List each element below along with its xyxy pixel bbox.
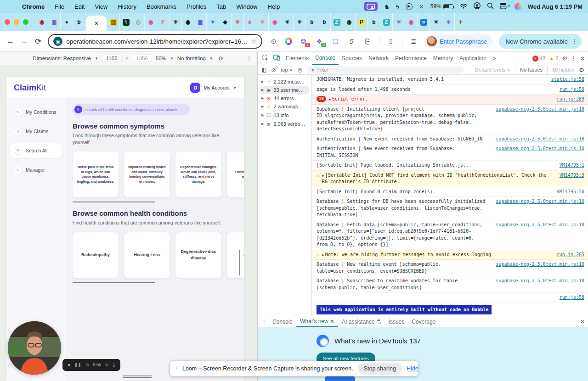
rotate-viewport-icon[interactable]: ⟳: [219, 55, 224, 62]
card-row-scrollbar[interactable]: [73, 282, 155, 283]
source-link[interactable]: run.js:58: [560, 294, 584, 301]
webcam-bubble[interactable]: [8, 321, 61, 375]
devtools-tab-console[interactable]: Console: [312, 52, 339, 65]
hidden-messages-counter[interactable]: 30 hidden: [552, 67, 574, 73]
condition-card[interactable]: Degenerative changes, which can cause pa…: [175, 151, 221, 197]
new-tab-button[interactable]: +: [455, 18, 467, 26]
console-message[interactable]: Supabase | Initializing client [project …: [312, 105, 588, 134]
devtools-warning-badge[interactable]: ▲2: [549, 56, 558, 61]
pinned-tab[interactable]: ●: [61, 13, 73, 31]
console-message[interactable]: JQMIGRATE: Migrate is installed, version…: [312, 75, 588, 85]
console-filter-input[interactable]: ▼ Filter: [307, 67, 463, 73]
sidebar-item-search-all[interactable]: ⚲Search All: [10, 143, 62, 158]
pinned-tab[interactable]: ◉: [182, 13, 194, 31]
pinned-tab[interactable]: ◆: [219, 13, 232, 31]
pinned-tab[interactable]: ◉: [343, 13, 356, 31]
extensions-puzzle-icon[interactable]: ❑: [331, 38, 340, 45]
pinned-tab[interactable]: »: [418, 13, 430, 31]
console-filter-warnings[interactable]: ▶⚠2 warnings: [260, 102, 310, 111]
close-tab-icon[interactable]: ✕: [94, 20, 99, 27]
extension-with-red-badge-icon[interactable]: ❂8: [299, 38, 308, 45]
toggle-device-toolbar-icon[interactable]: [271, 55, 282, 62]
stop-sharing-button[interactable]: Stop sharing: [358, 363, 402, 375]
devtools-tab-performance[interactable]: Performance: [392, 52, 430, 64]
pinned-tab[interactable]: ✳: [281, 13, 294, 31]
enter-passphrase-button[interactable]: Enter Passphrase: [425, 34, 492, 48]
chrome-menu-icon[interactable]: ⋮: [571, 38, 578, 45]
camera-off-icon[interactable]: ⊘: [85, 363, 89, 367]
pinned-tab[interactable]: ⋔: [244, 13, 256, 31]
expand-arrow-icon[interactable]: ▶: [329, 97, 331, 101]
devtools-close-icon[interactable]: ✕: [580, 55, 585, 62]
menu-item-edit[interactable]: Edit: [74, 3, 85, 10]
drag-handle-icon[interactable]: ‖: [175, 365, 178, 372]
card-row-scrollbar[interactable]: [73, 202, 155, 202]
console-context-select[interactable]: top ▼: [281, 67, 293, 73]
viewport-width-input[interactable]: 1105: [102, 55, 122, 62]
menu-item-help[interactable]: Help: [268, 3, 280, 10]
close-window-button[interactable]: [5, 19, 10, 25]
clipboard-extension-icon[interactable]: ⎘: [363, 38, 373, 45]
pinned-tab[interactable]: ✳: [430, 13, 442, 31]
pinned-tab[interactable]: ✳: [232, 13, 244, 31]
source-link[interactable]: supabase-ncg-2.5.0test.min.js:10: [496, 136, 584, 143]
pinned-tab[interactable]: b: [73, 13, 85, 31]
zoom-select[interactable]: 50%: [156, 56, 166, 61]
menu-item-chrome[interactable]: Chrome: [22, 3, 45, 10]
pinned-tab[interactable]: P: [356, 13, 368, 31]
extension-with-green-badge-icon[interactable]: ❖2: [315, 38, 324, 45]
console-message[interactable]: ⚠▶[Sortable Init] Could NOT find element…: [312, 171, 588, 187]
pinned-tab[interactable]: ✳: [442, 13, 455, 31]
menu-item-view[interactable]: View: [95, 3, 107, 10]
reading-list-icon[interactable]: ≣: [409, 38, 418, 45]
active-tab[interactable]: ✕: [86, 16, 107, 31]
console-filter-userme[interactable]: ▶◉33 user me…: [260, 86, 310, 94]
expand-arrow-icon[interactable]: ▶: [322, 253, 324, 257]
sidebar-item-my-conditions[interactable]: ∿My Conditions: [10, 105, 62, 119]
condition-card[interactable]: Degenerative disc disease: [175, 232, 221, 278]
minimize-window-button[interactable]: [14, 19, 19, 25]
page-horizontal-scrollbar[interactable]: [123, 375, 152, 378]
stop-recording-icon[interactable]: ■: [68, 363, 70, 367]
delete-recording-icon[interactable]: ▯: [113, 363, 115, 367]
console-message[interactable]: Database | Subscribed to realtime update…: [312, 276, 588, 293]
devtools-tab-application[interactable]: Application: [456, 52, 490, 64]
condition-card[interactable]: Hearing Loss: [124, 232, 170, 278]
devtools-tab-[interactable]: »: [490, 52, 499, 64]
console-settings-icon[interactable]: ⚙: [579, 67, 584, 73]
drawer-tab-whatsnew[interactable]: What's new ✕: [296, 316, 338, 327]
inspect-element-icon[interactable]: [260, 55, 271, 62]
device-search-icon[interactable]: ⌷: [386, 38, 396, 45]
devtools-tab-elements[interactable]: Elements: [283, 52, 312, 64]
console-filter-info[interactable]: ▶ⓘ13 info: [260, 111, 310, 120]
devtools-menu-icon[interactable]: ⋮: [571, 55, 577, 62]
menu-item-bookmarks[interactable]: Bookmarks: [147, 3, 176, 10]
menu-item-profiles[interactable]: Profiles: [187, 3, 206, 10]
menu-item-window[interactable]: Window: [236, 3, 257, 10]
screen-sharing-indicator-icon[interactable]: [364, 2, 378, 11]
devtools-tab-network[interactable]: Network: [365, 52, 392, 64]
pinned-tab[interactable]: ▣: [48, 13, 61, 31]
health-search-box[interactable]: ⚲: [73, 104, 190, 115]
user-menu-icon[interactable]: [474, 2, 481, 11]
restart-recording-icon[interactable]: ↻: [105, 363, 109, 367]
maximize-window-button[interactable]: [23, 19, 28, 25]
partial-blue-button[interactable]: [325, 376, 355, 381]
source-link[interactable]: supabase-ncg-2.5.0test.min.js:10: [496, 106, 584, 133]
source-link[interactable]: VM14795:30: [557, 189, 584, 196]
source-link[interactable]: supabase-ncg-2.5.0test.min.js:10: [496, 198, 584, 219]
pinned-tab[interactable]: ◉: [269, 13, 281, 31]
devtools-settings-icon[interactable]: ⚙: [562, 55, 567, 62]
expand-arrow-icon[interactable]: ▶: [322, 174, 324, 178]
site-camera-badge-icon[interactable]: ▣: [53, 37, 62, 46]
viewport-height-input[interactable]: 1356: [132, 55, 152, 62]
log-levels-select[interactable]: Default levels ▼: [475, 67, 510, 73]
device-toolbar-menu-icon[interactable]: ⋮: [247, 55, 252, 62]
health-search-input[interactable]: [85, 107, 177, 112]
pinned-tab[interactable]: ϟ: [120, 13, 132, 31]
claimkit-logo[interactable]: ClaimKit: [14, 83, 46, 93]
condition-card[interactable]: Painful de can cau walkin ins: [227, 151, 244, 197]
source-link[interactable]: run.js:289: [557, 96, 584, 103]
console-message[interactable]: 18▶Script error.run.js:289: [312, 95, 588, 105]
source-link[interactable]: VM14795:1: [560, 162, 584, 169]
